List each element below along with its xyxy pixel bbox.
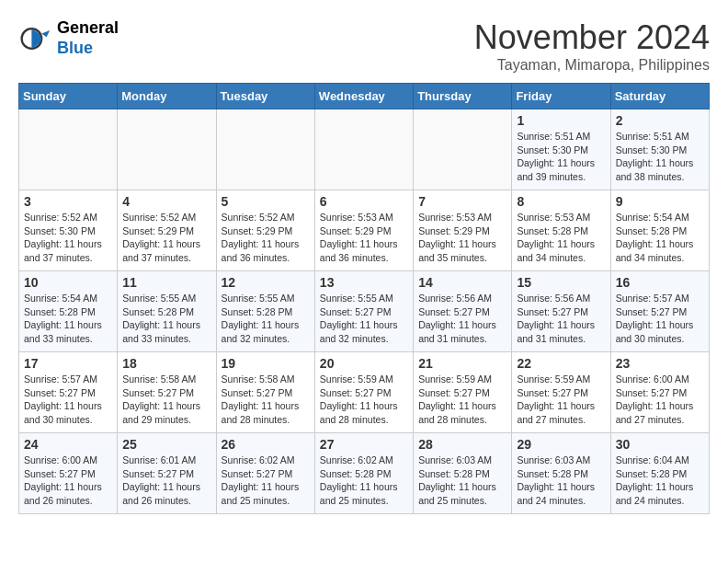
calendar-cell: 20Sunrise: 5:59 AM Sunset: 5:27 PM Dayli… [314, 352, 413, 433]
day-info: Sunrise: 5:59 AM Sunset: 5:27 PM Dayligh… [320, 373, 408, 427]
calendar-cell: 11Sunrise: 5:55 AM Sunset: 5:28 PM Dayli… [118, 271, 216, 352]
day-number: 17 [24, 356, 112, 371]
logo: General Blue [18, 18, 119, 58]
calendar-cell: 12Sunrise: 5:55 AM Sunset: 5:28 PM Dayli… [216, 271, 314, 352]
day-info: Sunrise: 5:53 AM Sunset: 5:28 PM Dayligh… [517, 211, 605, 265]
calendar-cell: 22Sunrise: 5:59 AM Sunset: 5:27 PM Dayli… [512, 352, 610, 433]
day-number: 15 [517, 275, 605, 290]
col-header-thursday: Thursday [414, 84, 512, 109]
day-number: 7 [418, 194, 506, 209]
calendar-cell: 7Sunrise: 5:53 AM Sunset: 5:29 PM Daylig… [414, 190, 512, 271]
calendar-cell: 25Sunrise: 6:01 AM Sunset: 5:27 PM Dayli… [118, 433, 216, 514]
location: Tayaman, Mimaropa, Philippines [474, 57, 710, 74]
calendar-cell: 28Sunrise: 6:03 AM Sunset: 5:28 PM Dayli… [414, 433, 512, 514]
calendar-cell: 27Sunrise: 6:02 AM Sunset: 5:28 PM Dayli… [314, 433, 413, 514]
calendar-cell: 13Sunrise: 5:55 AM Sunset: 5:27 PM Dayli… [314, 271, 413, 352]
day-info: Sunrise: 5:58 AM Sunset: 5:27 PM Dayligh… [222, 373, 310, 427]
day-info: Sunrise: 6:02 AM Sunset: 5:28 PM Dayligh… [320, 454, 408, 508]
day-info: Sunrise: 5:54 AM Sunset: 5:28 PM Dayligh… [24, 292, 112, 346]
col-header-tuesday: Tuesday [216, 84, 314, 109]
day-number: 23 [616, 356, 704, 371]
day-number: 22 [517, 356, 605, 371]
day-number: 9 [616, 194, 704, 209]
col-header-wednesday: Wednesday [314, 84, 413, 109]
day-number: 19 [222, 356, 310, 371]
calendar-cell: 16Sunrise: 5:57 AM Sunset: 5:27 PM Dayli… [610, 271, 709, 352]
day-number: 3 [24, 194, 112, 209]
day-info: Sunrise: 5:52 AM Sunset: 5:29 PM Dayligh… [122, 211, 210, 265]
calendar-cell: 17Sunrise: 5:57 AM Sunset: 5:27 PM Dayli… [19, 352, 118, 433]
calendar-cell [216, 109, 314, 190]
calendar-week-row: 17Sunrise: 5:57 AM Sunset: 5:27 PM Dayli… [19, 352, 710, 433]
col-header-friday: Friday [512, 84, 610, 109]
calendar-cell [118, 109, 216, 190]
calendar-cell [414, 109, 512, 190]
day-info: Sunrise: 5:55 AM Sunset: 5:28 PM Dayligh… [222, 292, 310, 346]
day-info: Sunrise: 5:52 AM Sunset: 5:29 PM Dayligh… [222, 211, 310, 265]
calendar-week-row: 1Sunrise: 5:51 AM Sunset: 5:30 PM Daylig… [19, 109, 710, 190]
day-number: 29 [517, 437, 605, 452]
day-info: Sunrise: 5:54 AM Sunset: 5:28 PM Dayligh… [616, 211, 704, 265]
day-info: Sunrise: 6:00 AM Sunset: 5:27 PM Dayligh… [24, 454, 112, 508]
month-title: November 2024 [474, 18, 710, 57]
day-info: Sunrise: 5:59 AM Sunset: 5:27 PM Dayligh… [418, 373, 506, 427]
logo-text: General Blue [57, 18, 119, 58]
calendar-cell: 23Sunrise: 6:00 AM Sunset: 5:27 PM Dayli… [610, 352, 709, 433]
day-info: Sunrise: 6:01 AM Sunset: 5:27 PM Dayligh… [122, 454, 210, 508]
calendar-cell: 14Sunrise: 5:56 AM Sunset: 5:27 PM Dayli… [414, 271, 512, 352]
day-number: 24 [24, 437, 112, 452]
day-info: Sunrise: 5:53 AM Sunset: 5:29 PM Dayligh… [418, 211, 506, 265]
day-info: Sunrise: 6:03 AM Sunset: 5:28 PM Dayligh… [418, 454, 506, 508]
day-info: Sunrise: 5:55 AM Sunset: 5:27 PM Dayligh… [320, 292, 408, 346]
day-info: Sunrise: 5:55 AM Sunset: 5:28 PM Dayligh… [122, 292, 210, 346]
day-number: 8 [517, 194, 605, 209]
day-number: 5 [222, 194, 310, 209]
calendar-cell: 5Sunrise: 5:52 AM Sunset: 5:29 PM Daylig… [216, 190, 314, 271]
calendar-cell: 26Sunrise: 6:02 AM Sunset: 5:27 PM Dayli… [216, 433, 314, 514]
day-info: Sunrise: 5:51 AM Sunset: 5:30 PM Dayligh… [517, 130, 605, 184]
calendar-cell: 30Sunrise: 6:04 AM Sunset: 5:28 PM Dayli… [610, 433, 709, 514]
calendar-cell: 15Sunrise: 5:56 AM Sunset: 5:27 PM Dayli… [512, 271, 610, 352]
day-number: 16 [616, 275, 704, 290]
calendar-header-row: SundayMondayTuesdayWednesdayThursdayFrid… [19, 84, 710, 109]
day-info: Sunrise: 5:56 AM Sunset: 5:27 PM Dayligh… [418, 292, 506, 346]
calendar-cell: 10Sunrise: 5:54 AM Sunset: 5:28 PM Dayli… [19, 271, 118, 352]
day-number: 12 [222, 275, 310, 290]
day-info: Sunrise: 5:59 AM Sunset: 5:27 PM Dayligh… [517, 373, 605, 427]
calendar-cell: 9Sunrise: 5:54 AM Sunset: 5:28 PM Daylig… [610, 190, 709, 271]
calendar-cell: 4Sunrise: 5:52 AM Sunset: 5:29 PM Daylig… [118, 190, 216, 271]
day-info: Sunrise: 5:56 AM Sunset: 5:27 PM Dayligh… [517, 292, 605, 346]
day-number: 25 [122, 437, 210, 452]
calendar-week-row: 24Sunrise: 6:00 AM Sunset: 5:27 PM Dayli… [19, 433, 710, 514]
day-number: 18 [122, 356, 210, 371]
day-info: Sunrise: 5:51 AM Sunset: 5:30 PM Dayligh… [616, 130, 704, 184]
calendar-cell [314, 109, 413, 190]
calendar-cell: 6Sunrise: 5:53 AM Sunset: 5:29 PM Daylig… [314, 190, 413, 271]
day-number: 4 [122, 194, 210, 209]
day-info: Sunrise: 5:53 AM Sunset: 5:29 PM Dayligh… [320, 211, 408, 265]
calendar-cell: 1Sunrise: 5:51 AM Sunset: 5:30 PM Daylig… [512, 109, 610, 190]
col-header-monday: Monday [118, 84, 216, 109]
day-number: 11 [122, 275, 210, 290]
calendar-cell: 24Sunrise: 6:00 AM Sunset: 5:27 PM Dayli… [19, 433, 118, 514]
day-number: 2 [616, 113, 704, 128]
title-area: November 2024 Tayaman, Mimaropa, Philipp… [474, 18, 710, 74]
day-number: 28 [418, 437, 506, 452]
day-number: 26 [222, 437, 310, 452]
calendar-table: SundayMondayTuesdayWednesdayThursdayFrid… [18, 83, 710, 514]
calendar-cell: 3Sunrise: 5:52 AM Sunset: 5:30 PM Daylig… [19, 190, 118, 271]
logo-icon [18, 22, 51, 55]
calendar-cell: 21Sunrise: 5:59 AM Sunset: 5:27 PM Dayli… [414, 352, 512, 433]
calendar-week-row: 10Sunrise: 5:54 AM Sunset: 5:28 PM Dayli… [19, 271, 710, 352]
col-header-sunday: Sunday [19, 84, 118, 109]
day-info: Sunrise: 5:57 AM Sunset: 5:27 PM Dayligh… [616, 292, 704, 346]
day-number: 20 [320, 356, 408, 371]
day-number: 14 [418, 275, 506, 290]
day-number: 27 [320, 437, 408, 452]
day-info: Sunrise: 5:57 AM Sunset: 5:27 PM Dayligh… [24, 373, 112, 427]
calendar-cell: 8Sunrise: 5:53 AM Sunset: 5:28 PM Daylig… [512, 190, 610, 271]
day-info: Sunrise: 6:02 AM Sunset: 5:27 PM Dayligh… [222, 454, 310, 508]
calendar-week-row: 3Sunrise: 5:52 AM Sunset: 5:30 PM Daylig… [19, 190, 710, 271]
calendar-cell: 19Sunrise: 5:58 AM Sunset: 5:27 PM Dayli… [216, 352, 314, 433]
day-number: 10 [24, 275, 112, 290]
